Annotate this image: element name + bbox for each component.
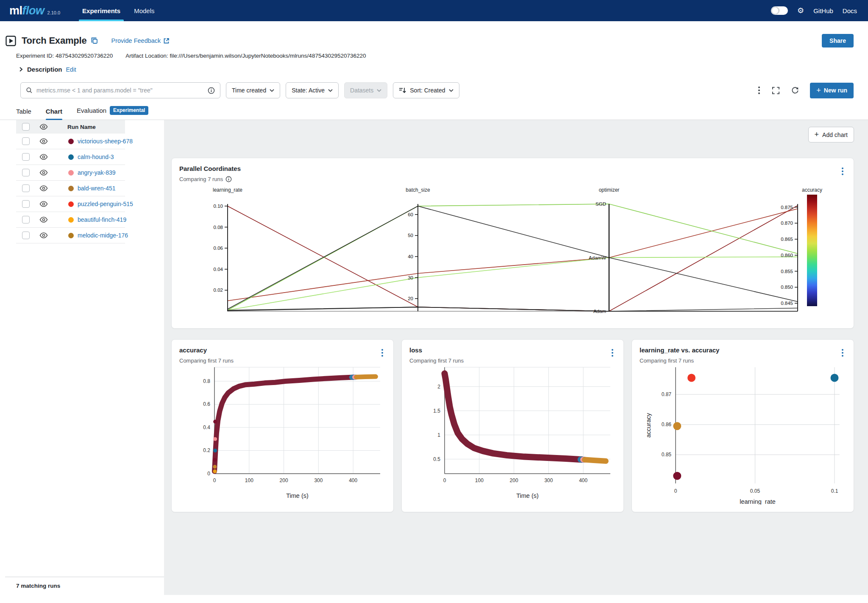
run-checkbox[interactable] [22, 137, 30, 145]
run-checkbox[interactable] [22, 184, 30, 192]
run-checkbox[interactable] [22, 200, 30, 208]
fullscreen-icon[interactable] [772, 87, 780, 95]
copy-icon[interactable] [91, 37, 98, 45]
theme-toggle[interactable] [771, 6, 788, 15]
svg-text:1.5: 1.5 [433, 408, 440, 414]
sort-button[interactable]: Sort: Created [393, 82, 459, 98]
search-box[interactable] [20, 82, 220, 98]
run-name-link[interactable]: calm-hound-3 [78, 154, 114, 160]
experiment-header: Torch Example Provide Feedback Share Exp… [0, 21, 868, 73]
nav-docs[interactable]: Docs [843, 7, 857, 14]
tab-evaluation[interactable]: Evaluation Experimental [77, 106, 148, 120]
time-created-filter[interactable]: Time created [226, 82, 280, 98]
info-icon[interactable] [225, 176, 232, 182]
select-all-checkbox[interactable] [22, 123, 30, 131]
svg-text:0.87: 0.87 [662, 391, 672, 397]
svg-text:0.86: 0.86 [662, 422, 672, 427]
matching-runs-count: 7 matching runs [5, 577, 164, 595]
chart-subtitle: Comparing first 7 runs [640, 357, 694, 364]
run-color-dot [68, 170, 74, 176]
scatter-point[interactable] [687, 374, 696, 382]
nav-models[interactable]: Models [127, 0, 161, 21]
runs-table: Run Name victorious-sheep-678calm-hound-… [16, 120, 125, 243]
refresh-icon[interactable] [791, 87, 799, 95]
experimental-badge: Experimental [110, 106, 148, 115]
chart-kebab-menu[interactable] [611, 348, 614, 357]
svg-text:Time (s): Time (s) [516, 492, 539, 499]
add-chart-button[interactable]: + Add chart [808, 127, 854, 142]
experiment-id: Experiment ID: 487543029520736220 [16, 53, 113, 59]
run-name-link[interactable]: bald-wren-451 [78, 185, 116, 192]
view-tabs: Table Chart Evaluation Experimental [0, 98, 868, 120]
visibility-toggle-icon[interactable] [39, 124, 48, 130]
search-input[interactable] [36, 87, 204, 94]
runs-sidebar: Run Name victorious-sheep-678calm-hound-… [0, 120, 164, 595]
nav-experiments[interactable]: Experiments [75, 0, 127, 21]
provide-feedback-link[interactable]: Provide Feedback [111, 37, 170, 44]
svg-text:accuracy: accuracy [645, 413, 652, 438]
chart-subtitle: Comparing first 7 runs [409, 357, 464, 364]
eye-icon[interactable] [39, 201, 48, 207]
parcoords-run-line[interactable] [228, 257, 798, 310]
accuracy-colorbar [807, 195, 817, 306]
eye-icon[interactable] [39, 170, 48, 176]
scatter-point[interactable] [673, 472, 681, 480]
eye-icon[interactable] [39, 154, 48, 160]
run-checkbox[interactable] [22, 169, 30, 176]
tab-chart[interactable]: Chart [46, 108, 62, 120]
nav-github[interactable]: GitHub [813, 7, 833, 14]
svg-text:0.85: 0.85 [662, 452, 672, 458]
description-edit-link[interactable]: Edit [66, 66, 76, 73]
eye-icon[interactable] [39, 185, 48, 191]
tab-table[interactable]: Table [16, 108, 31, 120]
chart-kebab-menu[interactable] [841, 348, 844, 357]
run-name-link[interactable]: beautiful-finch-419 [78, 216, 126, 223]
svg-text:0.845: 0.845 [781, 301, 793, 306]
datasets-filter: Datasets [344, 82, 387, 98]
logo-ml: ml [9, 4, 22, 17]
share-button[interactable]: Share [822, 34, 854, 47]
toolbar-kebab-menu[interactable] [757, 86, 761, 95]
run-name-link[interactable]: angry-yak-839 [78, 169, 116, 176]
parcoords-run-line[interactable] [228, 206, 798, 309]
logo-flow: flow [22, 4, 45, 17]
parcoords-run-line[interactable] [228, 307, 798, 311]
scatter-point[interactable] [831, 374, 839, 382]
run-checkbox[interactable] [22, 153, 30, 161]
gear-icon[interactable]: ⚙ [797, 7, 804, 14]
svg-text:batch_size: batch_size [406, 187, 430, 193]
chevron-down-icon [449, 89, 453, 92]
run-name-link[interactable]: puzzled-penguin-515 [78, 201, 133, 207]
run-row: bald-wren-451 [16, 181, 125, 196]
sort-icon [399, 87, 406, 94]
svg-text:learning_rate: learning_rate [213, 187, 242, 193]
lr-vs-accuracy-scatter: 0.850.860.8700.050.1learning_rateaccurac… [640, 365, 847, 505]
run-checkbox[interactable] [22, 216, 30, 223]
experiment-icon [5, 35, 17, 47]
run-color-dot [68, 154, 74, 160]
state-filter[interactable]: State: Active [286, 82, 339, 98]
eye-icon[interactable] [39, 217, 48, 223]
parcoords-run-line[interactable] [228, 209, 798, 301]
eye-icon[interactable] [39, 138, 48, 144]
svg-text:0.855: 0.855 [781, 269, 793, 274]
chart-kebab-menu[interactable] [381, 348, 384, 357]
svg-text:0.8: 0.8 [203, 378, 210, 384]
run-row: calm-hound-3 [16, 149, 125, 165]
scatter-point[interactable] [673, 422, 681, 430]
chevron-right-icon[interactable] [19, 67, 23, 72]
run-checkbox[interactable] [22, 232, 30, 239]
chart-kebab-menu[interactable] [841, 167, 844, 176]
svg-text:200: 200 [280, 477, 288, 483]
eye-icon[interactable] [39, 232, 48, 238]
mlflow-logo[interactable]: mlflow 2.10.0 [9, 0, 60, 21]
run-name-link[interactable]: melodic-midge-176 [78, 232, 128, 239]
run-name-link[interactable]: victorious-sheep-678 [78, 138, 133, 145]
svg-text:0: 0 [674, 488, 677, 494]
info-icon[interactable] [208, 87, 215, 94]
runs-table-header: Run Name [16, 120, 125, 134]
svg-text:0: 0 [213, 477, 216, 483]
chart-title: accuracy [179, 346, 386, 354]
svg-text:0.04: 0.04 [214, 267, 223, 272]
new-run-button[interactable]: + New run [810, 83, 854, 98]
